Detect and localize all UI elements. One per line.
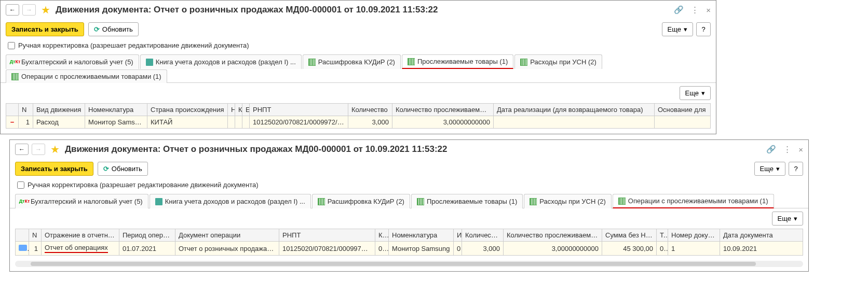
col-n[interactable]: N — [19, 104, 33, 116]
cell-nom: Монитор Samsung — [85, 116, 147, 129]
tab-accounting[interactable]: КтБухгалтерский и налоговый учет (5) — [15, 194, 148, 208]
cell-n: 1 — [19, 116, 33, 129]
cell-k: 0... — [375, 242, 389, 256]
close-icon[interactable]: × — [706, 6, 711, 15]
cell-doc: Отчет о розничных продажах ... — [175, 242, 279, 256]
cell-period: 01.07.2021 — [119, 242, 175, 256]
cell-country: КИТАЙ — [147, 116, 228, 129]
cell-nom: Монитор Samsung — [389, 242, 454, 256]
col-country[interactable]: Страна происхождения — [147, 104, 228, 116]
table-row[interactable]: − 1 Расход Монитор Samsung КИТАЙ 1012502… — [6, 116, 711, 129]
col-docnum[interactable]: Номер докуме... — [668, 229, 720, 242]
col-h1[interactable]: Н — [228, 104, 235, 116]
title-actions: 🔗 ⋮ × — [674, 5, 711, 15]
col-h3[interactable]: Е — [242, 104, 250, 116]
chevron-down-icon: ▾ — [701, 89, 705, 97]
link-icon[interactable]: 🔗 — [766, 145, 776, 154]
col-qty[interactable]: Количество — [348, 104, 392, 116]
grid-icon — [318, 198, 325, 205]
col-icon[interactable] — [6, 104, 19, 116]
operations-table: N Отражение в отчетности Период операции… — [15, 229, 803, 256]
save-close-button[interactable]: Записать и закрыть — [6, 22, 84, 36]
tab-accounting[interactable]: КтБухгалтерский и налоговый учет (5) — [6, 54, 139, 69]
kebab-icon[interactable]: ⋮ — [783, 145, 791, 154]
tab-traceable-goods[interactable]: Прослеживаемые товары (1) — [411, 194, 523, 208]
col-docdate[interactable]: Дата документа — [720, 229, 803, 242]
col-report[interactable]: Отражение в отчетности — [42, 229, 119, 242]
window-1: ← → ★ Движения документа: Отчет о рознич… — [0, 0, 716, 134]
col-move[interactable]: Вид движения — [33, 104, 85, 116]
tab-kudir[interactable]: Расшифровка КУДиР (2) — [303, 54, 401, 69]
table-row[interactable]: 1 Отчет об операциях 01.07.2021 Отчет о … — [16, 242, 803, 256]
cell-t: 0... — [657, 242, 668, 256]
horizontal-scrollbar[interactable] — [15, 261, 803, 267]
cell-docnum: 1 — [668, 242, 720, 256]
save-close-button[interactable]: Записать и закрыть — [15, 162, 93, 176]
manual-adjustment-row: Ручная корректировка (разрешает редактир… — [10, 179, 808, 194]
title-actions: 🔗 ⋮ × — [766, 145, 803, 154]
col-qty[interactable]: Количество — [462, 229, 504, 242]
col-rnpt[interactable]: РНПТ — [279, 229, 375, 242]
col-rnpt[interactable]: РНПТ — [250, 104, 348, 116]
help-button[interactable]: ? — [789, 162, 803, 176]
manual-adjustment-label: Ручная корректировка (разрешает редактир… — [28, 181, 259, 189]
sub-toolbar: Еще ▾ — [10, 208, 808, 229]
scrollbar-thumb[interactable] — [31, 262, 756, 266]
col-k[interactable]: К... — [375, 229, 389, 242]
grid-icon — [11, 73, 19, 80]
grid-icon — [417, 198, 424, 205]
favorite-star-icon[interactable]: ★ — [50, 143, 60, 156]
table-more-button[interactable]: Еще ▾ — [772, 212, 803, 226]
col-n[interactable]: N — [29, 229, 42, 242]
col-h2[interactable]: К — [235, 104, 242, 116]
tab-income-book[interactable]: Книга учета доходов и расходов (раздел I… — [140, 54, 302, 69]
refresh-icon: ⟳ — [94, 25, 100, 33]
cell-qty: 3,000 — [462, 242, 504, 256]
tab-traceable-ops[interactable]: Операции с прослеживаемыми товарами (1) — [6, 69, 167, 83]
more-button[interactable]: Еще ▾ — [754, 162, 785, 176]
chevron-down-icon: ▾ — [684, 25, 687, 33]
nav-forward-button[interactable]: → — [22, 4, 36, 16]
col-nom[interactable]: Номенклатура — [85, 104, 147, 116]
tab-income-book[interactable]: Книга учета доходов и расходов (раздел I… — [150, 194, 311, 208]
close-icon[interactable]: × — [798, 145, 803, 154]
col-icon[interactable] — [16, 229, 29, 242]
movements-table: N Вид движения Номенклатура Страна проис… — [6, 103, 711, 129]
manual-adjustment-checkbox[interactable] — [17, 181, 24, 189]
manual-adjustment-label: Ручная корректировка (разрешает редактир… — [18, 41, 249, 49]
col-trace-qty[interactable]: Количество прослеживаемости — [392, 104, 494, 116]
grid-icon — [520, 59, 527, 66]
col-trace-qty[interactable]: Количество прослеживаемости — [504, 229, 602, 242]
col-nom[interactable]: Номенклатура — [389, 229, 454, 242]
help-button[interactable]: ? — [696, 22, 711, 36]
col-real-date[interactable]: Дата реализации (для возвращаемого товар… — [494, 104, 655, 116]
col-period[interactable]: Период операции — [119, 229, 175, 242]
col-basis[interactable]: Основание для — [655, 104, 711, 116]
cell-rnpt: 10125020/070821/0009972/002 — [250, 116, 348, 129]
link-icon[interactable]: 🔗 — [674, 5, 684, 15]
nav-forward-button[interactable]: → — [32, 144, 45, 155]
tab-traceable-goods[interactable]: Прослеживаемые товары (1) — [402, 54, 513, 69]
manual-adjustment-checkbox[interactable] — [8, 42, 15, 49]
tab-usn-expenses[interactable]: Расходы при УСН (2) — [514, 54, 602, 69]
nav-back-button[interactable]: ← — [15, 144, 29, 155]
titlebar: ← → ★ Движения документа: Отчет о рознич… — [10, 140, 808, 159]
favorite-star-icon[interactable]: ★ — [41, 4, 50, 16]
grid-icon — [530, 198, 537, 205]
col-doc[interactable]: Документ операции — [175, 229, 279, 242]
refresh-button[interactable]: ⟳Обновить — [88, 22, 139, 36]
cell-report: Отчет об операциях — [42, 242, 119, 256]
more-button[interactable]: Еще ▾ — [662, 22, 693, 36]
nav-back-button[interactable]: ← — [6, 4, 19, 16]
refresh-button[interactable]: ⟳Обновить — [98, 162, 148, 176]
kebab-icon[interactable]: ⋮ — [691, 5, 699, 15]
tabs-bar: КтБухгалтерский и налоговый учет (5) Кни… — [10, 194, 808, 208]
col-sum[interactable]: Сумма без НДС — [602, 229, 657, 242]
tab-usn-expenses[interactable]: Расходы при УСН (2) — [524, 194, 612, 208]
col-i[interactable]: И — [454, 229, 462, 242]
dtkt-icon: Кт — [11, 59, 19, 66]
col-t[interactable]: Т... — [657, 229, 668, 242]
tab-traceable-ops[interactable]: Операции с прослеживаемыми товарами (1) — [613, 194, 774, 208]
tab-kudir[interactable]: Расшифровка КУДиР (2) — [312, 194, 410, 208]
table-more-button[interactable]: Еще ▾ — [680, 86, 711, 100]
